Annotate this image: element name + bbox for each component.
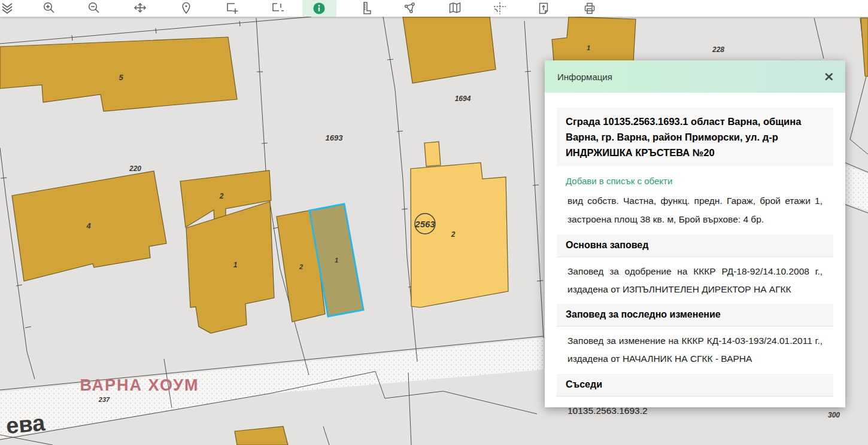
info-panel-body: Сграда 10135.2563.1693.1 област Варна, о… [545,93,845,420]
label-region-2563: 2563 [414,219,435,229]
pan-icon[interactable] [133,1,147,16]
print-icon[interactable] [582,1,597,16]
map-sheets-icon[interactable] [448,1,462,16]
label-building-2-center: 2 [219,192,224,200]
label-parcel-237: 237 [98,396,110,403]
locate-pin-icon[interactable] [179,1,193,16]
label-building-1-center: 1 [233,261,238,269]
label-parcel-220: 220 [129,164,141,173]
section-text-main-order: Заповед за одобрение на КККР РД-18-92/14… [567,263,823,298]
building-2-yellow-tower[interactable] [424,142,441,166]
select-rect-add-icon[interactable] [225,1,239,16]
measure-area-icon[interactable] [402,1,416,16]
label-garage-2: 2 [299,263,303,270]
section-text-neighbours: 10135.2563.1693.2 [567,402,823,420]
label-parcel-1694: 1694 [455,95,471,103]
label-parcel-228: 228 [712,45,724,54]
measure-ruler-icon[interactable] [360,1,374,16]
select-extent-icon[interactable] [271,1,285,16]
label-garage-1-selected: 1 [335,257,338,264]
add-to-list-link[interactable]: Добави в списък с обекти [566,176,824,186]
panel-title: Информация [557,72,612,82]
building-2-yellow[interactable] [411,163,508,307]
object-details: вид собств. Частна, функц. предн. Гараж,… [567,191,823,229]
coordinates-icon[interactable] [493,1,507,16]
zoom-in-icon[interactable] [42,1,56,16]
section-text-last-amendment: Заповед за изменение на КККР КД-14-03-19… [567,332,823,368]
export-icon[interactable] [536,1,551,16]
object-title: Сграда 10135.2563.1693.1 област Варна, о… [557,108,833,166]
info-tool-icon[interactable] [312,1,326,16]
label-street-name: ева [5,410,46,438]
label-building-5: 5 [119,73,123,82]
label-varna-home: ВАРНА ХОУМ [80,376,199,394]
section-heading-main-order: Основна заповед [557,234,833,257]
section-heading-last-amendment: Заповед за последно изменение [557,304,833,327]
close-icon[interactable]: × [824,70,834,83]
label-parcel-1693: 1693 [326,133,344,142]
map-toolbar [0,0,868,17]
section-heading-neighbours: Съседи [557,374,833,397]
zoom-out-icon[interactable] [87,1,101,16]
collapse-chevrons-icon[interactable] [1,1,15,16]
info-panel-header: Информация × [545,60,845,93]
label-building-4: 4 [86,221,91,230]
label-building-2-yellow: 2 [451,230,456,239]
label-building-1-topright: 1 [587,44,590,51]
info-panel: Информация × Сграда 10135.2563.1693.1 об… [545,60,845,407]
